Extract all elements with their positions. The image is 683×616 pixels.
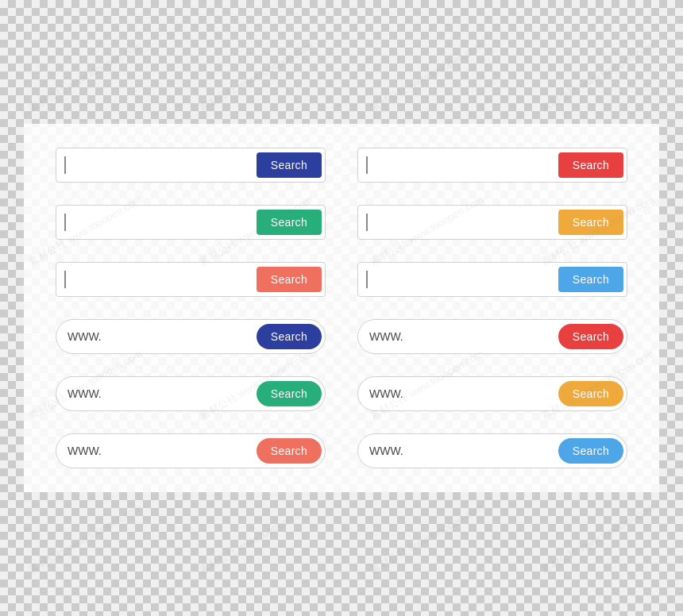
search-button-r3c2[interactable]: Search (558, 267, 623, 292)
www-label: WWW. (369, 445, 403, 457)
search-button-r3c1[interactable]: Search (257, 267, 322, 292)
search-button-r2c1[interactable]: Search (257, 210, 322, 235)
search-bar-r2c1: Search (56, 205, 326, 240)
search-button-r5c1[interactable]: Search (257, 381, 322, 406)
www-label: WWW. (369, 387, 403, 400)
search-button-r4c1[interactable]: Search (257, 324, 322, 349)
search-bar-r6c1: WWW.Search (56, 433, 326, 468)
search-button-r2c2[interactable]: Search (558, 210, 623, 235)
search-button-r4c2[interactable]: Search (558, 324, 623, 349)
search-bar-r2c2: Search (357, 205, 627, 240)
search-bar-r4c2: WWW.Search (357, 319, 627, 354)
text-cursor (64, 214, 66, 231)
search-button-r1c1[interactable]: Search (257, 152, 322, 178)
www-label: WWW. (68, 387, 102, 400)
www-label: WWW. (369, 330, 403, 343)
text-cursor (366, 214, 368, 231)
search-bars-container: SearchSearchSearchSearchSearchSearchWWW.… (24, 124, 659, 492)
search-button-r5c2[interactable]: Search (558, 381, 623, 406)
text-cursor (366, 271, 368, 288)
search-bar-r1c2: Search (357, 148, 627, 183)
text-cursor (64, 156, 66, 174)
www-label: WWW. (68, 445, 102, 457)
www-label: WWW. (68, 330, 102, 343)
search-bar-r3c2: Search (357, 262, 627, 297)
search-button-r6c2[interactable]: Search (558, 438, 623, 464)
text-cursor (64, 271, 66, 288)
text-cursor (366, 156, 368, 174)
search-bar-r6c2: WWW.Search (357, 433, 627, 468)
search-bar-r5c2: WWW.Search (357, 376, 627, 411)
search-button-r6c1[interactable]: Search (257, 438, 322, 464)
search-button-r1c2[interactable]: Search (558, 152, 623, 178)
search-bar-r5c1: WWW.Search (56, 376, 326, 411)
search-bar-r3c1: Search (56, 262, 326, 297)
search-bar-r4c1: WWW.Search (56, 319, 326, 354)
search-bar-r1c1: Search (56, 148, 326, 183)
